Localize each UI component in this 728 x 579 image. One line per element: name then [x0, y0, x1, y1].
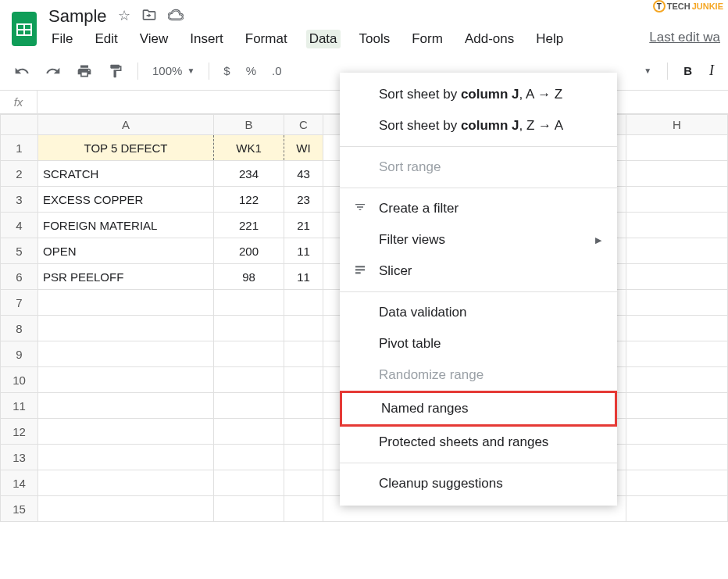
star-icon[interactable]: ☆ — [118, 7, 130, 27]
row-header[interactable]: 12 — [1, 419, 38, 445]
menu-create-filter[interactable]: Create a filter — [340, 193, 617, 224]
row-header[interactable]: 14 — [1, 470, 38, 496]
menu-help[interactable]: Help — [533, 30, 566, 48]
cell-c1[interactable]: WI — [284, 135, 323, 161]
cell-a4[interactable]: FOREIGN MATERIAL — [38, 213, 214, 238]
cell-a5[interactable]: OPEN — [38, 238, 214, 264]
cell-b6[interactable]: 98 — [214, 264, 284, 290]
cell-a6[interactable]: PSR PEELOFF — [38, 264, 214, 290]
menu-tools[interactable]: Tools — [356, 30, 394, 48]
row-header[interactable]: 3 — [1, 187, 38, 213]
col-header-c[interactable]: C — [284, 115, 323, 135]
menu-view[interactable]: View — [137, 30, 172, 48]
menu-form[interactable]: Form — [409, 30, 446, 48]
row-header[interactable]: 1 — [1, 135, 38, 161]
sheets-logo[interactable] — [8, 6, 41, 52]
cell[interactable] — [626, 419, 728, 445]
col-header-a[interactable]: A — [38, 115, 214, 135]
italic-button[interactable]: I — [705, 59, 719, 82]
row-header[interactable]: 2 — [1, 161, 38, 187]
cell-a1[interactable]: TOP 5 DEFECT — [38, 135, 214, 161]
cell[interactable] — [284, 393, 323, 419]
move-icon[interactable] — [141, 7, 157, 27]
cell[interactable] — [38, 393, 214, 419]
currency-button[interactable]: $ — [219, 61, 234, 80]
row-header[interactable]: 9 — [1, 341, 38, 367]
cell[interactable] — [214, 419, 284, 445]
cell[interactable] — [626, 470, 728, 496]
menu-pivot-table[interactable]: Pivot table — [340, 328, 617, 359]
menu-named-ranges[interactable]: Named ranges — [340, 391, 617, 427]
cell-c4[interactable]: 21 — [284, 213, 323, 238]
cell-c6[interactable]: 11 — [284, 264, 323, 290]
menu-sort-za[interactable]: Sort sheet by column J, Z → A — [340, 110, 617, 141]
row-header[interactable]: 6 — [1, 264, 38, 290]
cell[interactable] — [38, 470, 214, 496]
cell[interactable] — [284, 419, 323, 445]
cloud-icon[interactable] — [168, 7, 184, 27]
menu-filter-views[interactable]: Filter views ▶ — [340, 224, 617, 256]
print-button[interactable] — [72, 60, 97, 82]
row-header[interactable]: 8 — [1, 316, 38, 341]
cell-b1[interactable]: WK1 — [214, 135, 284, 161]
cell[interactable] — [214, 341, 284, 367]
cell[interactable] — [626, 290, 728, 316]
menu-edit[interactable]: Edit — [91, 30, 120, 48]
cell[interactable] — [214, 367, 284, 393]
menu-sort-az[interactable]: Sort sheet by column J, A → Z — [340, 79, 617, 110]
row-header[interactable]: 5 — [1, 238, 38, 264]
cell[interactable] — [214, 470, 284, 496]
row-header[interactable]: 13 — [1, 445, 38, 470]
cell[interactable] — [38, 316, 214, 341]
font-dropdown-arrow[interactable]: ▼ — [639, 63, 656, 78]
cell-b3[interactable]: 122 — [214, 187, 284, 213]
cell[interactable] — [284, 290, 323, 316]
percent-button[interactable]: % — [241, 61, 261, 80]
row-header[interactable]: 15 — [1, 496, 38, 522]
cell[interactable] — [626, 264, 728, 290]
cell[interactable] — [284, 367, 323, 393]
cell[interactable] — [214, 316, 284, 341]
cell[interactable] — [284, 445, 323, 470]
cell-b4[interactable]: 221 — [214, 213, 284, 238]
cell[interactable] — [214, 496, 284, 522]
cell-c2[interactable]: 43 — [284, 161, 323, 187]
col-header-h[interactable]: H — [626, 115, 728, 135]
row-header[interactable]: 11 — [1, 393, 38, 419]
cell-c3[interactable]: 23 — [284, 187, 323, 213]
cell[interactable] — [626, 393, 728, 419]
menu-slicer[interactable]: Slicer — [340, 256, 617, 287]
cell[interactable] — [626, 496, 728, 522]
menu-data[interactable]: Data — [306, 30, 341, 48]
cell-a3[interactable]: EXCESS COPPER — [38, 187, 214, 213]
cell[interactable] — [284, 496, 323, 522]
cell[interactable] — [284, 316, 323, 341]
cell[interactable] — [284, 341, 323, 367]
menu-protected-sheets[interactable]: Protected sheets and ranges — [340, 427, 617, 458]
cell[interactable] — [38, 367, 214, 393]
cell[interactable] — [38, 445, 214, 470]
cell[interactable] — [626, 135, 728, 161]
decimal-button[interactable]: .0 — [267, 61, 287, 80]
cell[interactable] — [38, 341, 214, 367]
menu-data-validation[interactable]: Data validation — [340, 297, 617, 328]
select-all-corner[interactable] — [1, 115, 38, 135]
cell[interactable] — [626, 445, 728, 470]
cell[interactable] — [214, 445, 284, 470]
cell[interactable] — [626, 341, 728, 367]
last-edit-link[interactable]: Last edit wa — [649, 30, 720, 48]
cell[interactable] — [284, 470, 323, 496]
bold-button[interactable]: B — [679, 61, 697, 80]
cell[interactable] — [38, 290, 214, 316]
zoom-dropdown[interactable]: 100% ▼ — [148, 61, 199, 80]
menu-file[interactable]: File — [48, 30, 76, 48]
row-header[interactable]: 4 — [1, 213, 38, 238]
undo-button[interactable] — [9, 60, 34, 82]
col-header-b[interactable]: B — [214, 115, 284, 135]
cell[interactable] — [626, 367, 728, 393]
cell[interactable] — [214, 290, 284, 316]
cell-a2[interactable]: SCRATCH — [38, 161, 214, 187]
row-header[interactable]: 10 — [1, 367, 38, 393]
cell-b2[interactable]: 234 — [214, 161, 284, 187]
cell[interactable] — [38, 419, 214, 445]
